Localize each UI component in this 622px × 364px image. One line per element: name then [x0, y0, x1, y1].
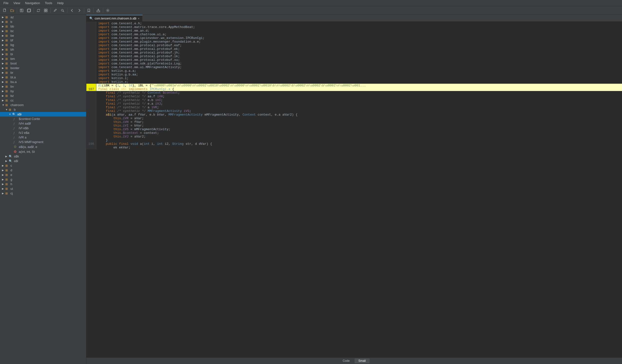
- tree-label-ivs: iVS MMFragment: [19, 140, 43, 144]
- tab-code[interactable]: Code: [339, 358, 354, 363]
- tree-item-ivh[interactable]: 𝑓 iVH aa$f: [0, 121, 86, 126]
- main-area: ▶ ⊞ az ▶ ⊞ b ▶ ⊞ bb ▶ ⊞ bc ▶ ⊞ be: [0, 15, 622, 364]
- line-code: import com.tencent.mm.sdk.platformtools.…: [96, 62, 622, 65]
- tree-label-ivh: iVH aa$f: [19, 122, 31, 125]
- line-code-107: final class a$i implements IPCRunCgi.a {: [96, 87, 622, 91]
- tab-asi[interactable]: 🔍 com.tencent.mm.chatroom.b.a$i ×: [86, 15, 143, 21]
- tree-label-method-a: a(int, int, St: [19, 150, 35, 153]
- line-number: [86, 33, 96, 36]
- export-button[interactable]: [95, 7, 102, 14]
- save-all-button[interactable]: [26, 7, 32, 14]
- tree-item-context[interactable]: 𝑓 $context Conte: [0, 116, 86, 121]
- tree-item-bg[interactable]: ▶ ⊞ bg: [0, 43, 86, 47]
- highlight-button[interactable]: [52, 7, 59, 14]
- tree-item-ask[interactable]: ▶ 🔍 a$k: [0, 154, 86, 159]
- tree-item-boot[interactable]: ▶ ⊞ boot: [0, 61, 86, 66]
- back-button[interactable]: [69, 7, 76, 14]
- code-content[interactable]: import com.tencent.e.h; import com.tence…: [86, 22, 622, 357]
- tree-item-ui[interactable]: ▶ ⊞ ui: [0, 186, 86, 191]
- expand-arrow-bv: ▶: [2, 85, 5, 88]
- code-line: import kotlin.g.b.aa;: [86, 73, 622, 77]
- bookmark-button[interactable]: [85, 7, 92, 14]
- menu-file[interactable]: File: [1, 0, 11, 6]
- tree-label-b: b: [10, 20, 12, 24]
- tree-item-bc[interactable]: ▶ ⊞ bc: [0, 29, 86, 33]
- expand-arrow-bf: ▶: [2, 39, 5, 42]
- tab-smali[interactable]: Smali: [354, 358, 370, 363]
- line-number-107: 107: [86, 87, 96, 91]
- tree-item-bm[interactable]: ▶ ⊞ bm: [0, 57, 86, 61]
- package-icon-g: ⊞: [5, 178, 10, 181]
- tree-item-bb[interactable]: ▶ ⊞ bb: [0, 24, 86, 29]
- svg-point-13: [107, 10, 109, 11]
- tree-item-ivj[interactable]: 𝑓 iVJ e$a: [0, 130, 86, 135]
- code-line: final /* synthetic */ a iVR;: [86, 106, 622, 109]
- tree-item-bta[interactable]: ▶ ⊞ bt.a: [0, 75, 86, 79]
- tree-item-chatroom-b[interactable]: ▼ ⊞ b: [0, 107, 86, 112]
- expand-arrow-e: ▶: [2, 173, 5, 176]
- sync-button[interactable]: [35, 7, 42, 14]
- line-number: [86, 58, 96, 62]
- tree-item-ivs[interactable]: 𝑓 iVS MMFragment: [0, 140, 86, 144]
- grid-button[interactable]: [42, 7, 49, 14]
- line-code: import com.tencent.mm.protocal.protobuf.…: [96, 55, 622, 58]
- package-icon-b: ⊞: [5, 20, 10, 24]
- package-icon-chatroom-b: ⊞: [9, 108, 13, 112]
- tree-label-boot: boot: [10, 61, 17, 65]
- tree-label-d: d: [10, 168, 12, 172]
- tab-label-asi: com.tencent.mm.chatroom.b.a$i: [95, 17, 136, 20]
- tree-item-ivi[interactable]: 𝑓 iVI e$b: [0, 126, 86, 130]
- tree-item-e[interactable]: ▶ ⊞ e: [0, 172, 86, 177]
- code-line: this.iVH = fVar;: [86, 120, 622, 124]
- open-file-button[interactable]: [9, 7, 16, 14]
- tree-item-bz[interactable]: ▶ ⊞ bz: [0, 94, 86, 98]
- tree-item-chatroom[interactable]: ▼ ⊞ chatroom: [0, 103, 86, 107]
- save-button[interactable]: [18, 7, 25, 14]
- tree-item-method-asi[interactable]: ⚙ a$i(a, aa$f, e: [0, 144, 86, 149]
- menu-help[interactable]: Help: [55, 0, 66, 6]
- tree-item-booter[interactable]: ▶ ⊞ booter: [0, 66, 86, 70]
- tree-item-cc[interactable]: ▶ ⊞ cc: [0, 98, 86, 103]
- tree-label-bm: bm: [10, 57, 15, 61]
- tree-item-by[interactable]: ▶ ⊞ by: [0, 89, 86, 94]
- line-code: final /* synthetic */ Context $context;: [96, 91, 622, 95]
- tree-item-method-a[interactable]: ⚙ a(int, int, St: [0, 149, 86, 154]
- tree-item-bua[interactable]: ▶ ⊞ bu.a: [0, 79, 86, 84]
- tree-item-asl[interactable]: ▶ 🔍 a$l: [0, 159, 86, 163]
- tree-item-cj[interactable]: ▶ ⊞ cj: [0, 191, 86, 196]
- tree-item-c[interactable]: ▶ ⊞ c: [0, 163, 86, 168]
- line-number: [86, 77, 96, 80]
- tree-item-d[interactable]: ▶ ⊞ d: [0, 168, 86, 172]
- separator-6: [94, 8, 94, 13]
- tree-item-bv[interactable]: ▶ ⊞ bv: [0, 84, 86, 89]
- tree-item-az[interactable]: ▶ ⊞ az: [0, 15, 86, 19]
- tree-label-bh: bh: [10, 48, 14, 51]
- tree-item-b[interactable]: ▶ ⊞ b: [0, 19, 86, 24]
- line-code: final /* synthetic */ a iVR;: [96, 106, 622, 109]
- package-icon-boot: ⊞: [5, 62, 10, 65]
- tree-label-chatroom-b: b: [14, 108, 16, 112]
- tree-item-g[interactable]: ▶ ⊞ g: [0, 177, 86, 182]
- line-number: [86, 128, 96, 131]
- tree-item-h[interactable]: ▶ ⊞ h: [0, 182, 86, 186]
- menu-view[interactable]: View: [11, 0, 23, 6]
- menu-bar: File View Navigation Tools Help: [0, 0, 622, 6]
- tree-item-br[interactable]: ▶ ⊞ br: [0, 70, 86, 75]
- tree-item-be[interactable]: ▶ ⊞ be: [0, 33, 86, 38]
- code-line: import kotlin.g.a.a;: [86, 69, 622, 73]
- tree-label-method-asi: a$i(a, aa$f, e: [19, 145, 37, 149]
- settings-button[interactable]: [104, 7, 111, 14]
- tree-item-ivr[interactable]: 𝑓 iVR a: [0, 135, 86, 140]
- line-number: [86, 73, 96, 77]
- tree-item-bh[interactable]: ▶ ⊞ bh: [0, 47, 86, 52]
- menu-tools[interactable]: Tools: [42, 0, 55, 6]
- code-line: this.iVJ = aVar2;: [86, 135, 622, 138]
- tab-close-asi[interactable]: ×: [138, 17, 139, 20]
- forward-button[interactable]: [76, 7, 83, 14]
- tree-item-chatroom-b-asi[interactable]: ▼ 🔍 a$i: [0, 112, 86, 116]
- find-button[interactable]: [59, 7, 66, 14]
- tree-item-bi[interactable]: ▶ ⊞ bi: [0, 52, 86, 57]
- new-file-button[interactable]: [1, 7, 8, 14]
- tree-item-bf[interactable]: ▶ ⊞ bf: [0, 38, 86, 43]
- menu-navigation[interactable]: Navigation: [23, 0, 42, 6]
